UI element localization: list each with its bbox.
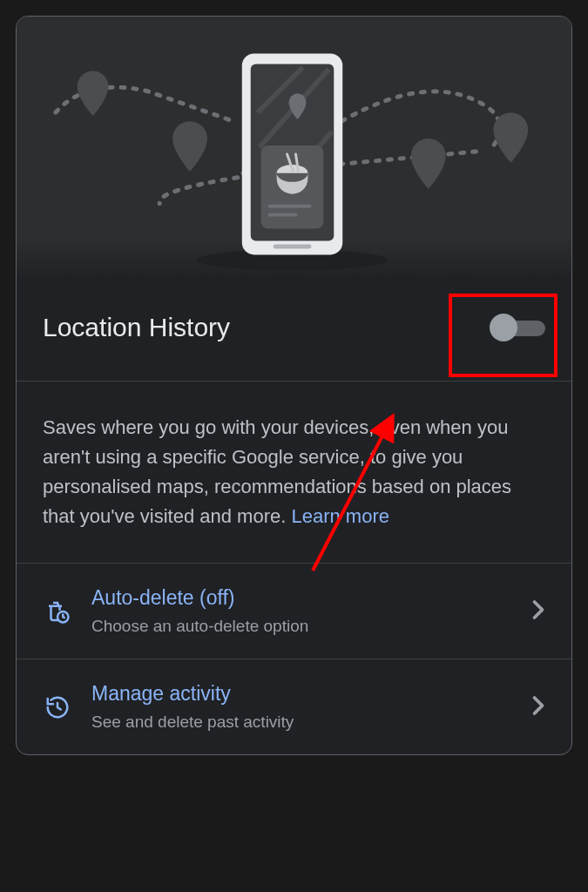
learn-more-link[interactable]: Learn more <box>291 505 389 527</box>
item-title: Manage activity <box>91 682 512 706</box>
auto-delete-icon <box>43 598 72 625</box>
toggle-title: Location History <box>43 313 230 342</box>
description-text: Saves where you go with your devices, ev… <box>43 416 511 527</box>
hero-illustration <box>17 17 571 274</box>
manage-activity-item[interactable]: Manage activity See and delete past acti… <box>17 659 571 754</box>
location-history-toggle[interactable] <box>491 317 545 338</box>
svg-rect-3 <box>274 244 312 248</box>
location-history-toggle-row: Location History <box>17 274 571 382</box>
item-subtitle: See and delete past activity <box>91 713 512 732</box>
auto-delete-item[interactable]: Auto-delete (off) Choose an auto-delete … <box>17 564 571 659</box>
chevron-right-icon <box>531 599 545 624</box>
svg-rect-10 <box>268 205 312 208</box>
svg-rect-11 <box>268 213 298 217</box>
item-subtitle: Choose an auto-delete option <box>91 617 512 636</box>
location-history-card: Location History Saves where you go with… <box>16 16 572 755</box>
description-section: Saves where you go with your devices, ev… <box>17 382 571 564</box>
item-title: Auto-delete (off) <box>91 586 512 610</box>
chevron-right-icon <box>531 695 545 720</box>
history-icon <box>43 694 72 720</box>
